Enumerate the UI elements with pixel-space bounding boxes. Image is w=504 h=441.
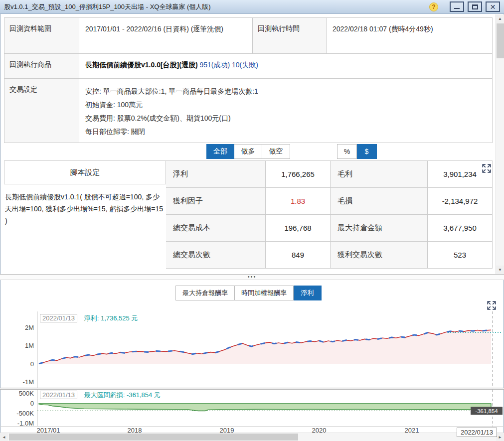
total-cost-value: 196,768: [266, 215, 331, 242]
splitter-handle-icon: •••: [248, 274, 257, 280]
scroll-down-icon[interactable]: ▼: [496, 266, 504, 274]
drawdown-annotation: 2022/01/13 最大區間虧損: -361,854 元: [40, 391, 161, 400]
svg-text:500K: 500K: [19, 390, 34, 397]
total-trades-label: 總交易次數: [166, 242, 266, 269]
fail-count-link[interactable]: 10(失敗): [232, 61, 258, 69]
tab-time-weighted-return[interactable]: 時間加權報酬率: [235, 286, 294, 300]
minimize-icon: [454, 5, 460, 9]
maximize-icon: [472, 4, 478, 9]
vertical-scrollbar-thumb[interactable]: [497, 23, 504, 58]
window-title: 股v1.0.1_交易_預設_100_停損利15P_100天出場 - XQ全球贏家…: [4, 2, 429, 11]
run-time-label: 回測執行時間: [252, 18, 327, 53]
gross-loss-label: 毛損: [331, 188, 428, 215]
tab-max-position-return[interactable]: 最大持倉報酬率: [175, 286, 235, 300]
stats-table: 淨利 1,766,265 毛利 3,901,234 獲利因子 1.83 毛損 -…: [166, 160, 493, 269]
total-cost-label: 總交易成本: [166, 215, 266, 242]
minimize-button[interactable]: [450, 1, 464, 12]
svg-text:-1.0M: -1.0M: [17, 420, 34, 427]
winning-trades-value: 523: [428, 242, 493, 269]
annotation-date: 2022/01/13: [40, 391, 77, 399]
help-icon[interactable]: ?: [429, 2, 438, 11]
table-row: 回測資料範圍 2017/01/01 - 2022/02/16 (日資料) (逐筆…: [4, 18, 492, 54]
svg-text:-500K: -500K: [16, 410, 34, 417]
risk-control-line: 安控: 單一商品最大部位:1, 單一商品每日最多進場次數:1: [85, 85, 486, 98]
maximize-button[interactable]: [468, 1, 482, 12]
scroll-up-icon[interactable]: ▲: [496, 14, 504, 23]
expand-chart-icon[interactable]: [487, 300, 497, 310]
initial-capital-line: 初始資金: 100萬元: [85, 98, 486, 112]
data-range-label: 回測資料範圍: [4, 18, 79, 53]
fees-line: 交易費用: 股票0.2%(成交金額)、期貨100元(口): [85, 112, 486, 125]
run-time-value: 2022/02/18 01:07 (費時4分49秒): [327, 18, 492, 53]
unit-toggle-tabs: % $: [337, 144, 377, 159]
max-position-label: 最大持倉金額: [331, 215, 428, 242]
net-profit-value: 1,766,265: [266, 161, 331, 188]
gross-profit-label: 毛利: [331, 161, 428, 188]
gross-loss-value: -2,134,972: [428, 188, 493, 215]
script-settings-text: 長期低價前續優股v1.0.1( 股價不可超過=100, 多少天出場=100, 獲…: [4, 184, 166, 227]
expand-stats-icon[interactable]: [482, 163, 492, 173]
symbol-label: 回測執行商品: [4, 54, 79, 78]
vertical-scrollbar[interactable]: ▲ ▼: [496, 14, 504, 274]
close-icon: ✕: [490, 3, 496, 10]
profit-factor-label: 獲利因子: [166, 188, 266, 215]
tab-dollar[interactable]: $: [357, 144, 377, 159]
total-trades-value: 849: [266, 242, 331, 269]
direction-filter-tabs: 全部 做多 做空: [206, 144, 290, 159]
net-profit-annotation: 2022/01/13 淨利: 1,736,525 元: [40, 314, 138, 323]
success-count-link[interactable]: 951(成功): [199, 61, 230, 69]
annotation-value: 淨利: 1,736,525 元: [84, 314, 138, 322]
backtest-info-table: 回測資料範圍 2017/01/01 - 2022/02/16 (日資料) (逐筆…: [4, 17, 493, 143]
tab-short[interactable]: 做空: [262, 144, 290, 159]
horizontal-scrollbar[interactable]: ◄ ►: [0, 433, 504, 441]
daily-flat-line: 每日部位歸零: 關閉: [85, 125, 486, 139]
net-profit-label: 淨利: [166, 161, 266, 188]
scroll-right-icon[interactable]: ►: [496, 433, 504, 441]
script-panel: 腳本設定 長期低價前續優股v1.0.1( 股價不可超過=100, 多少天出場=1…: [4, 160, 166, 227]
tab-percent[interactable]: %: [337, 144, 357, 159]
tabs-row: 全部 做多 做空 % $: [0, 144, 504, 159]
scroll-left-icon[interactable]: ◄: [0, 433, 8, 441]
data-range-value: 2017/01/01 - 2022/02/16 (日資料) (逐筆洗價): [79, 18, 253, 53]
pane-splitter[interactable]: •••: [0, 274, 504, 280]
table-row: 交易設定 安控: 單一商品最大部位:1, 單一商品每日最多進場次數:1 初始資金…: [4, 79, 492, 143]
annotation-value: 最大區間虧損: -361,854 元: [84, 391, 161, 399]
chart-tabs: 最大持倉報酬率 時間加權報酬率 淨利: [175, 286, 322, 300]
trade-settings-value: 安控: 單一商品最大部位:1, 單一商品每日最多進場次數:1 初始資金: 100…: [79, 79, 492, 143]
trade-settings-label: 交易設定: [4, 79, 79, 143]
titlebar[interactable]: 股v1.0.1_交易_預設_100_停損利15P_100天出場 - XQ全球贏家…: [0, 0, 504, 14]
tab-net-profit[interactable]: 淨利: [294, 286, 322, 300]
tab-all[interactable]: 全部: [206, 144, 234, 159]
backtest-window: 股v1.0.1_交易_預設_100_停損利15P_100天出場 - XQ全球贏家…: [0, 0, 504, 441]
cursor-date-box: 2022/01/13: [457, 428, 497, 437]
profit-factor-value: 1.83: [266, 188, 331, 215]
winning-trades-label: 獲利交易次數: [331, 242, 428, 269]
svg-text:0: 0: [30, 360, 34, 368]
strategy-name: 長期低價前續優股v1.0.0[台股](選股): [85, 61, 198, 69]
tab-long[interactable]: 做多: [234, 144, 262, 159]
max-position-value: 3,677,950: [428, 215, 493, 242]
symbol-value: 長期低價前續優股v1.0.0[台股](選股) 951(成功) 10(失敗): [79, 54, 492, 78]
horizontal-scrollbar-thumb[interactable]: [9, 434, 298, 441]
svg-text:1M: 1M: [25, 342, 34, 349]
svg-text:0: 0: [30, 400, 34, 407]
svg-text:-361,854: -361,854: [475, 408, 498, 414]
annotation-date: 2022/01/13: [40, 314, 77, 322]
script-settings-header: 腳本設定: [4, 160, 166, 184]
svg-text:-1M: -1M: [23, 378, 34, 386]
close-button[interactable]: ✕: [486, 1, 500, 12]
svg-text:2M: 2M: [25, 324, 34, 331]
table-row: 回測執行商品 長期低價前續優股v1.0.0[台股](選股) 951(成功) 10…: [4, 54, 492, 79]
